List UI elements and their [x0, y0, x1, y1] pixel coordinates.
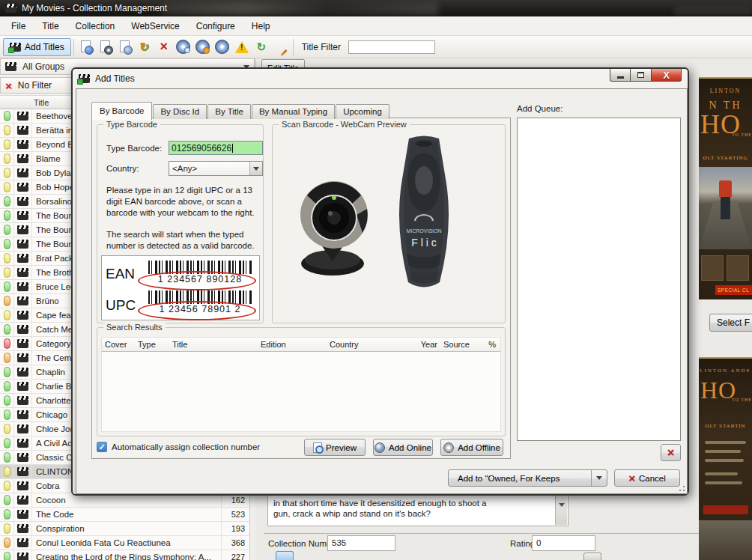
auto-assign-checkbox[interactable]: ✓ [97, 442, 107, 452]
status-indicator [4, 210, 10, 221]
cover-photo [699, 167, 752, 249]
movie-title: Creating the Lord of the Rings Symphony:… [32, 553, 221, 560]
toolbar-separator [73, 39, 74, 55]
dialog-titlebar[interactable]: Add Titles [73, 69, 688, 88]
add-titles-icon [10, 43, 21, 52]
barcode-input[interactable]: 012569056626 [169, 141, 263, 155]
column-header[interactable]: Edition [258, 340, 327, 349]
cancel-button[interactable]: × Cancel [614, 469, 680, 487]
maximize-button[interactable] [631, 68, 652, 82]
results-column-headers[interactable]: CoverTypeTitleEditionCountryYearSource% [102, 338, 500, 352]
edit-title-icon[interactable] [271, 38, 291, 56]
column-header[interactable]: Year [410, 340, 440, 349]
search-results-list[interactable]: CoverTypeTitleEditionCountryYearSource% [101, 337, 501, 432]
warning-icon[interactable] [232, 38, 252, 56]
dialog-body: By BarcodeBy Disc IdBy TitleBy Manual Ty… [76, 88, 688, 494]
column-header[interactable]: % [479, 340, 499, 349]
close-button[interactable]: X [652, 68, 682, 82]
preview-button[interactable]: Preview [304, 439, 366, 456]
disc-plain-icon[interactable] [213, 38, 232, 56]
select-front-button[interactable]: Select F [709, 314, 752, 332]
partial-button[interactable] [276, 551, 294, 560]
column-header[interactable]: Cover [102, 340, 135, 349]
movie-icon [17, 396, 28, 405]
column-header[interactable]: Title [169, 340, 258, 349]
upc-highlight-ellipse [138, 301, 256, 320]
movie-title: Cocoon [32, 496, 221, 505]
column-header[interactable]: Source [440, 340, 479, 349]
tab[interactable]: By Title [207, 104, 251, 119]
movie-icon [17, 439, 28, 448]
queue-delete-button[interactable]: × [661, 444, 681, 461]
country-select[interactable]: <Any> [169, 161, 263, 176]
dialog-icon [79, 74, 90, 83]
table-row[interactable]: Conul Leonida Fata Cu Reactiunea 368 [0, 536, 249, 550]
type-barcode-group: Type Barcode Type Barcode: 012569056626 … [97, 124, 264, 323]
menu-item[interactable]: Collection [67, 18, 124, 34]
export-page-globe-icon[interactable] [76, 38, 96, 56]
maximize-icon [637, 72, 644, 78]
add-queue-list[interactable] [517, 118, 681, 441]
collection-number-input[interactable]: 535 [327, 535, 395, 551]
rating-input[interactable]: 0 [532, 535, 595, 551]
tab[interactable]: By Disc Id [153, 104, 207, 119]
refresh-icon[interactable]: ↻ [252, 38, 271, 56]
text-caret [232, 144, 233, 153]
tab[interactable]: By Manual Typing [252, 104, 335, 119]
minimize-icon [617, 76, 624, 79]
movie-icon [17, 197, 28, 206]
collection-number: 193 [221, 522, 249, 535]
menu-item[interactable]: WebService [123, 18, 187, 34]
collection-number: 368 [221, 536, 249, 550]
add-to-list-button[interactable]: Add to "Owned, For Keeps [448, 469, 607, 487]
cancel-icon: × [628, 472, 635, 484]
tab[interactable]: By Barcode [91, 102, 152, 120]
table-row[interactable]: Conspiration 193 [0, 522, 249, 536]
movie-icon [17, 510, 28, 519]
movie-icon [17, 311, 28, 320]
table-row[interactable]: Creating the Lord of the Rings Symphony:… [0, 550, 249, 560]
movie-icon [17, 225, 28, 234]
table-row[interactable]: The Code 523 [0, 508, 249, 522]
delete-title-icon[interactable]: × [154, 38, 174, 56]
partial-button[interactable] [583, 553, 601, 560]
status-indicator [4, 225, 10, 235]
instruction-text: Please type in an 12 digit UPC or a 13 d… [106, 185, 256, 219]
menu-item[interactable]: File [3, 18, 34, 34]
resize-grip[interactable] [678, 484, 685, 492]
back-cover-image[interactable]: LINTON ANDE HO TO THE OLT STARTIN [699, 357, 752, 560]
export-page-disc-icon[interactable] [96, 38, 115, 56]
add-offline-button[interactable]: Add Offline [440, 439, 503, 456]
menu-item[interactable]: Configure [188, 18, 243, 34]
window-titlebar[interactable]: My Movies - Collection Management [0, 0, 752, 16]
menu-item[interactable]: Help [243, 18, 279, 34]
import-page-disc-icon[interactable] [115, 38, 135, 56]
minimize-button[interactable] [610, 68, 631, 82]
movie-icon [17, 268, 28, 277]
add-titles-button[interactable]: Add Titles [3, 38, 71, 56]
by-barcode-tab-panel: Type Barcode Type Barcode: 012569056626 … [91, 118, 511, 459]
status-indicator [4, 523, 10, 534]
add-to-dropdown[interactable] [591, 470, 607, 486]
preview-icon [313, 442, 322, 453]
status-indicator [4, 481, 10, 491]
movie-icon [17, 154, 28, 163]
add-online-button[interactable]: Add Online [373, 439, 433, 456]
column-header[interactable]: Type [135, 340, 169, 349]
tab[interactable]: Upcoming [336, 104, 389, 119]
disc-user-icon[interactable] [193, 38, 213, 56]
status-indicator [4, 410, 10, 420]
synchronize-icon[interactable]: ↻ [135, 38, 154, 56]
title-filter-input[interactable] [348, 40, 435, 54]
chevron-down-icon [596, 476, 602, 480]
tab-strip: By BarcodeBy Disc IdBy TitleBy Manual Ty… [91, 102, 390, 119]
svg-text:MICROVISION: MICROVISION [406, 228, 441, 234]
movie-icon [17, 481, 28, 490]
menu-bar: FileTitleCollectionWebServiceConfigureHe… [0, 16, 752, 36]
app-window: My Movies - Collection Management FileTi… [0, 0, 752, 560]
menu-item[interactable]: Title [34, 18, 67, 34]
movie-icon [17, 453, 28, 462]
disc-copy-icon[interactable] [174, 38, 193, 56]
column-header[interactable]: Country [327, 340, 410, 349]
front-cover-image[interactable]: LINTON N TH HO TO THE OLT STARTING SPECI… [699, 77, 752, 299]
